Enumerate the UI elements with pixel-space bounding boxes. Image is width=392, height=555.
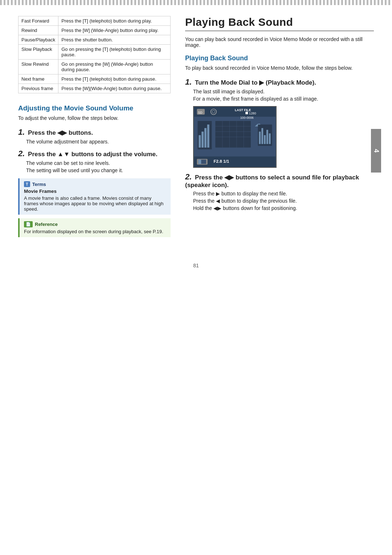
- right-step2-body3: Hold the ◀▶ buttons down for fast positi…: [193, 205, 374, 211]
- svg-rect-33: [198, 159, 201, 164]
- right-step1-text: Turn the Mode Dial to ▶ (Playback Mode).: [195, 79, 316, 86]
- svg-text:LAST FILE: LAST FILE: [235, 108, 251, 112]
- left-step2-text: Press the ▲▼ buttons to adjust the volum…: [28, 151, 158, 158]
- left-step1-num: 1.: [18, 127, 25, 137]
- terms-box: T Terms Movie Frames A movie frame is al…: [18, 178, 171, 215]
- camera-screen: SD LAST FILE 1280 100-0006: [193, 106, 277, 168]
- right-step2-body2: Press the ◀ button to display the previo…: [193, 198, 374, 204]
- svg-rect-7: [245, 112, 248, 114]
- svg-rect-28: [266, 130, 268, 144]
- table-cell-description: Go on pressing the [T] (telephoto) butto…: [58, 45, 171, 60]
- table-row: RewindPress the [W] (Wide-Angle) button …: [19, 26, 171, 35]
- left-step2-title: 2. Press the ▲▼ buttons to adjust the vo…: [18, 149, 171, 158]
- terms-subtitle: Movie Frames: [24, 189, 166, 194]
- svg-text:F2.8  1/1: F2.8 1/1: [213, 159, 229, 163]
- svg-rect-14: [207, 125, 209, 147]
- svg-rect-27: [264, 135, 266, 144]
- left-step2-body2: The setting will be used until you chang…: [26, 167, 171, 173]
- table-cell-description: Press the shutter button.: [58, 35, 171, 45]
- left-step1-text: Press the ◀▶ buttons.: [28, 129, 93, 136]
- right-step2-title: 2. Press the ◀▶ buttons to select a soun…: [185, 172, 374, 189]
- svg-rect-29: [269, 133, 271, 144]
- table-cell-description: Press the [T] (telephoto) button during …: [58, 74, 171, 84]
- bottom-page-number: 81: [0, 263, 392, 268]
- left-step2: 2. Press the ▲▼ buttons to adjust the vo…: [18, 149, 171, 173]
- title-divider: [185, 31, 374, 31]
- table-cell-action: Slow Playback: [19, 45, 58, 60]
- terms-label: Terms: [32, 182, 46, 187]
- svg-text:1280: 1280: [249, 112, 256, 115]
- table-row: Fast ForwardPress the [T] (telephoto) bu…: [19, 16, 171, 26]
- svg-rect-11: [199, 135, 201, 147]
- reference-box: 📄 Reference For information displayed on…: [18, 218, 171, 237]
- svg-rect-13: [204, 128, 207, 148]
- table-row: Slow RewindGo on pressing the [W] (Wide-…: [19, 60, 171, 74]
- svg-rect-25: [259, 131, 261, 144]
- table-cell-action: Pause/Playback: [19, 35, 58, 45]
- table-cell-action: Next frame: [19, 74, 58, 84]
- table-cell-action: Previous frame: [19, 84, 58, 93]
- svg-rect-15: [215, 121, 251, 147]
- page-title: Playing Back Sound: [185, 16, 374, 28]
- right-step2: 2. Press the ◀▶ buttons to select a soun…: [185, 172, 374, 211]
- right-step1: 1. Turn the Mode Dial to ▶ (Playback Mod…: [185, 77, 374, 102]
- table-cell-action: Rewind: [19, 26, 58, 35]
- right-intro: You can play back sound recorded in Voic…: [185, 36, 374, 48]
- reference-text: For information displayed on the screen …: [24, 229, 166, 234]
- left-step2-num: 2.: [18, 149, 25, 158]
- section-heading: Adjusting the Movie Sound Volume: [18, 104, 171, 112]
- right-step1-title: 1. Turn the Mode Dial to ▶ (Playback Mod…: [185, 77, 374, 87]
- right-step2-num: 2.: [185, 172, 192, 181]
- table-cell-description: Press the [W](Wide-Angle) button during …: [58, 84, 171, 93]
- table-cell-description: Press the [W] (Wide-Angle) button during…: [58, 26, 171, 35]
- page-number-tab: 4: [371, 129, 381, 173]
- table-cell-description: Press the [T] (telephoto) button during …: [58, 16, 171, 26]
- table-row: Pause/PlaybackPress the shutter button.: [19, 35, 171, 45]
- left-step1-body: The volume adjustment bar appears.: [26, 139, 171, 145]
- svg-rect-12: [201, 131, 204, 147]
- right-step2-text: Press the ◀▶ buttons to select a sound f…: [185, 174, 359, 189]
- reference-label: Reference: [35, 222, 58, 227]
- right-step2-body1: Press the ▶ button to display the next f…: [193, 191, 374, 197]
- right-step1-num: 1.: [185, 77, 192, 86]
- svg-text:100-0006: 100-0006: [240, 116, 254, 119]
- sub-heading: Playing Back Sound: [185, 54, 374, 62]
- table-cell-description: Go on pressing the [W] (Wide-Angle) butt…: [58, 60, 171, 74]
- right-step1-body2: For a movie, the first frame is displaye…: [193, 96, 374, 102]
- control-table: Fast ForwardPress the [T] (telephoto) bu…: [18, 16, 171, 93]
- top-border: [0, 0, 392, 5]
- right-sub-intro: To play back sound recorded in Voice Mem…: [185, 65, 374, 71]
- table-row: Slow PlaybackGo on pressing the [T] (tel…: [19, 45, 171, 60]
- table-row: Next framePress the [T] (telephoto) butt…: [19, 74, 171, 84]
- table-row: Previous framePress the [W](Wide-Angle) …: [19, 84, 171, 93]
- svg-rect-26: [261, 128, 263, 144]
- left-step1-title: 1. Press the ◀▶ buttons.: [18, 127, 171, 137]
- left-step2-body1: The volume can be set to nine levels.: [26, 160, 171, 166]
- table-cell-action: Slow Rewind: [19, 60, 58, 74]
- terms-text: A movie frame is also called a frame. Mo…: [24, 195, 166, 212]
- left-column: Fast ForwardPress the [T] (telephoto) bu…: [18, 16, 171, 237]
- reference-header: 📄 Reference: [24, 221, 166, 227]
- left-step1: 1. Press the ◀▶ buttons. The volume adju…: [18, 127, 171, 145]
- table-cell-action: Fast Forward: [19, 16, 58, 26]
- right-column: Playing Back Sound You can play back sou…: [185, 16, 374, 237]
- right-step1-body1: The last still image is displayed.: [193, 89, 374, 94]
- terms-header: T Terms: [24, 181, 166, 187]
- reference-icon: 📄: [24, 221, 33, 227]
- terms-icon: T: [24, 181, 30, 187]
- adjust-intro: To adjust the volume, follow the steps b…: [18, 115, 171, 121]
- svg-text:SD: SD: [198, 111, 202, 114]
